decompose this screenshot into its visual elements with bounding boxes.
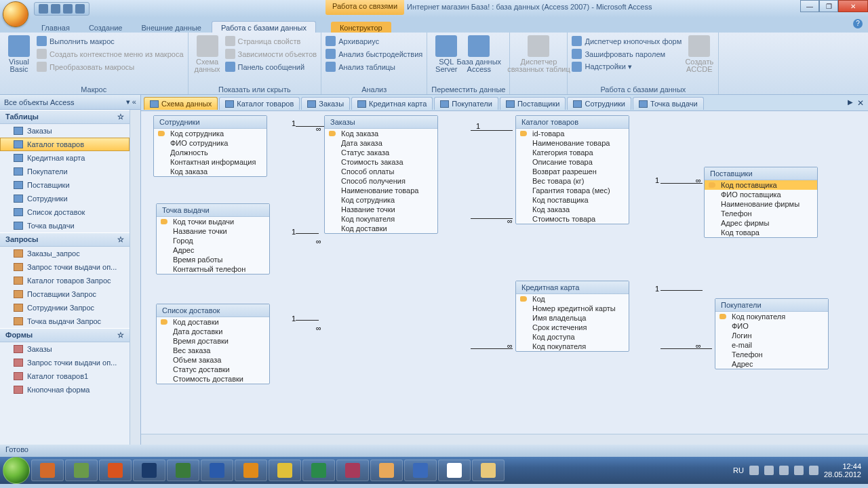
nav-item[interactable]: Покупатели [0, 165, 130, 178]
field-row[interactable]: Код доступа [516, 332, 629, 342]
clock[interactable]: 12:4428.05.2012 [824, 462, 861, 479]
table-box[interactable]: Каталог товаровid-товараНаименование тов… [515, 115, 629, 224]
analyze-perf-button[interactable]: Анализ быстродействия [326, 48, 422, 60]
field-row[interactable]: Код [516, 294, 629, 304]
field-row[interactable]: Контактный телефон [157, 264, 269, 274]
encrypt-button[interactable]: Зашифровать паролем [572, 48, 682, 60]
field-row[interactable]: Стоимость товара [516, 214, 629, 224]
taskbar-app[interactable] [336, 460, 369, 481]
table-box[interactable]: Список доставокКод доставкиДата доставки… [156, 304, 270, 384]
field-row[interactable]: Наименование товара [516, 138, 629, 148]
field-row[interactable]: Вес заказа [157, 346, 269, 355]
field-row[interactable]: Время работы [157, 255, 269, 264]
nav-item[interactable]: Заказы_запрос [0, 247, 130, 260]
start-button[interactable] [3, 457, 30, 484]
relationships-canvas[interactable]: Схема данныхКаталог товаровЗаказыКредитн… [141, 95, 868, 445]
table-title[interactable]: Покупатели [715, 299, 828, 312]
table-box[interactable]: ПоставщикиКод поставщикаФИО поставщикаНа… [704, 167, 818, 238]
nav-item[interactable]: Поставщики Запрос [0, 287, 130, 301]
table-title[interactable]: Заказы [325, 116, 437, 129]
field-row[interactable]: Код поставщика [516, 195, 629, 205]
field-row[interactable]: Гарантия товара (мес) [516, 186, 629, 195]
field-row[interactable]: Стоимость заказа [325, 157, 437, 167]
tab-design[interactable]: Конструктор [331, 22, 391, 33]
table-box[interactable]: Кредитная картаКодНомер кредитной картыИ… [515, 281, 629, 352]
field-row[interactable]: e-mail [715, 340, 828, 350]
close-tab-icon[interactable]: ✕ [857, 98, 864, 108]
taskbar-app[interactable] [269, 460, 301, 481]
field-row[interactable]: Код покупателя [516, 342, 629, 351]
linked-table-mgr-button[interactable]: Диспетчер связанных таблиц [514, 35, 563, 73]
quick-access-toolbar[interactable] [34, 2, 90, 16]
nav-section-header[interactable]: Таблицы☆ [0, 110, 130, 124]
doc-tab[interactable]: Сотрудники [567, 97, 631, 110]
field-row[interactable]: Наименование товара [325, 186, 437, 195]
property-sheet-button[interactable]: Страница свойств [225, 35, 317, 47]
field-row[interactable]: Логин [715, 331, 828, 340]
field-row[interactable]: Код доставки [157, 317, 269, 327]
field-row[interactable]: Срок истечения [516, 323, 629, 332]
convert-macros-button[interactable]: Преобразовать макросы [37, 61, 184, 73]
nav-item[interactable]: Каталог товаров Запрос [0, 274, 130, 287]
table-box[interactable]: Точка выдачиКод точки выдачиНазвание точ… [156, 203, 270, 274]
field-row[interactable]: Телефон [705, 209, 817, 218]
field-row[interactable]: Стоимость доставки [157, 374, 269, 384]
access-db-button[interactable]: База данных Access [464, 35, 494, 73]
taskbar-app[interactable] [65, 460, 98, 481]
doc-tab[interactable]: Заказы [301, 97, 350, 110]
h-scrollbar[interactable] [141, 434, 868, 445]
table-title[interactable]: Каталог товаров [516, 116, 629, 129]
nav-scrollbar[interactable] [130, 110, 140, 445]
taskbar-app[interactable] [370, 460, 403, 481]
run-macro-button[interactable]: Выполнить макрос [37, 35, 184, 47]
tray-icon[interactable] [794, 466, 804, 475]
field-row[interactable]: Контактная информация [154, 157, 267, 167]
nav-item[interactable]: Запрос точки выдачи оп... [0, 356, 130, 369]
field-row[interactable]: Способ получения [325, 176, 437, 186]
table-box[interactable]: ЗаказыКод заказаДата заказаСтатус заказа… [324, 115, 438, 234]
field-row[interactable]: Вес товара (кг) [516, 176, 629, 186]
field-row[interactable]: Адрес фирмы [705, 218, 817, 228]
relationships-button[interactable]: Схема данных [193, 35, 222, 73]
table-box[interactable]: СотрудникиКод сотрудникаФИО сотрудникаДо… [153, 115, 267, 177]
field-row[interactable]: Дата доставки [157, 327, 269, 336]
field-row[interactable]: Должность [154, 148, 267, 157]
field-row[interactable]: ФИО поставщика [705, 190, 817, 199]
nav-item[interactable]: Точка выдачи Запрос [0, 314, 130, 328]
nav-item[interactable]: Заказы [0, 342, 130, 356]
taskbar-app[interactable] [99, 460, 132, 481]
taskbar-app[interactable] [201, 460, 233, 481]
field-row[interactable]: Город [157, 236, 269, 245]
field-row[interactable]: Способ оплаты [325, 167, 437, 176]
field-row[interactable]: Статус доставки [157, 365, 269, 374]
field-row[interactable]: Код покупателя [715, 312, 828, 321]
tray-icon[interactable] [749, 466, 759, 475]
field-row[interactable]: Номер кредитной карты [516, 304, 629, 313]
doc-tab[interactable]: Покупатели [434, 97, 498, 110]
nav-item[interactable]: Запрос точки выдачи оп... [0, 260, 130, 274]
field-row[interactable]: Описание товара [516, 157, 629, 167]
addins-button[interactable]: Надстройки ▾ [572, 61, 682, 73]
table-title[interactable]: Кредитная карта [516, 281, 629, 294]
field-row[interactable]: Адрес [157, 245, 269, 255]
field-row[interactable]: Название точки [325, 205, 437, 214]
nav-item[interactable]: Поставщики [0, 178, 130, 192]
field-row[interactable]: Дата заказа [325, 138, 437, 148]
field-row[interactable]: Код покупателя [325, 214, 437, 224]
table-box[interactable]: ПокупателиКод покупателяФИОЛогинe-mailТе… [715, 298, 829, 369]
field-row[interactable]: Объем заказа [157, 355, 269, 365]
nav-item[interactable]: Список доставок [0, 205, 130, 219]
table-title[interactable]: Список доставок [157, 304, 269, 317]
close-button[interactable]: ✕ [838, 0, 868, 12]
taskbar-app[interactable] [167, 460, 199, 481]
field-row[interactable]: ФИО сотрудника [154, 138, 267, 148]
field-row[interactable]: Статус заказа [325, 148, 437, 157]
table-title[interactable]: Поставщики [705, 167, 817, 180]
table-title[interactable]: Точка выдачи [157, 204, 269, 217]
tab-create[interactable]: Создание [80, 22, 132, 33]
field-row[interactable]: Код точки выдачи [157, 217, 269, 226]
tray-icon[interactable] [809, 466, 818, 475]
field-row[interactable]: Код заказа [516, 205, 629, 214]
table-title[interactable]: Сотрудники [154, 116, 267, 129]
field-row[interactable]: ФИО [715, 321, 828, 331]
